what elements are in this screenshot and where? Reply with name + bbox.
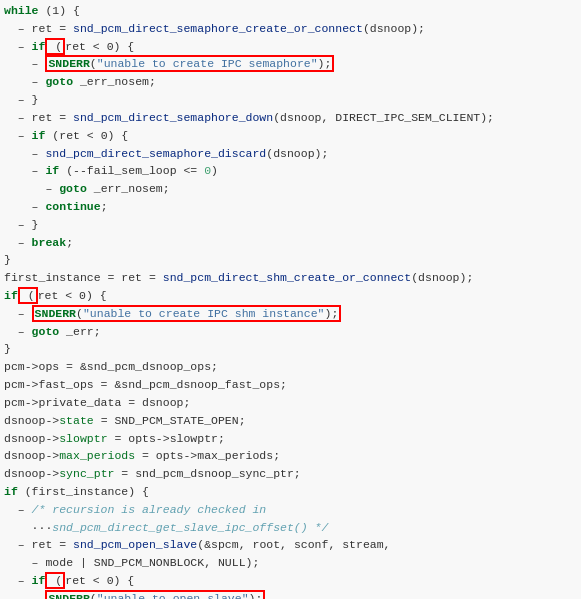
line-content: – goto _err; <box>4 323 577 341</box>
code-line: – ret = snd_pcm_direct_semaphore_create_… <box>0 20 581 38</box>
code-line: pcm->private_data = dsnoop; <box>0 394 581 412</box>
code-line: – goto _err_nosem; <box>0 73 581 91</box>
code-line: – SNDERR("unable to create IPC shm insta… <box>0 305 581 323</box>
code-line: dsnoop->slowptr = opts->slowptr; <box>0 430 581 448</box>
condition-highlight-box: ( <box>18 287 38 304</box>
line-content: dsnoop->state = SND_PCM_STATE_OPEN; <box>4 412 577 430</box>
code-line: dsnoop->sync_ptr = snd_pcm_dsnoop_sync_p… <box>0 465 581 483</box>
code-line: – break; <box>0 234 581 252</box>
error-highlight-box: SNDERR("unable to create IPC shm instanc… <box>32 305 342 322</box>
line-content: – SNDERR("unable to open slave"); <box>4 590 577 599</box>
code-line: if (first_instance) { <box>0 483 581 501</box>
line-content: – break; <box>4 234 577 252</box>
code-line: – } <box>0 216 581 234</box>
code-line: } <box>0 340 581 358</box>
code-line: ···snd_pcm_direct_get_slave_ipc_offset()… <box>0 519 581 537</box>
line-content: – goto _err_nosem; <box>4 180 577 198</box>
code-line: – mode | SND_PCM_NONBLOCK, NULL); <box>0 554 581 572</box>
line-content: while (1) { <box>4 2 577 20</box>
line-content: – mode | SND_PCM_NONBLOCK, NULL); <box>4 554 577 572</box>
line-content: – /* recursion is already checked in <box>4 501 577 519</box>
code-line: dsnoop->max_periods = opts->max_periods; <box>0 447 581 465</box>
line-content: pcm->private_data = dsnoop; <box>4 394 577 412</box>
line-content: dsnoop->max_periods = opts->max_periods; <box>4 447 577 465</box>
line-content: } <box>4 251 577 269</box>
code-line: – } <box>0 91 581 109</box>
line-content: – SNDERR("unable to create IPC semaphore… <box>4 55 577 73</box>
line-content: dsnoop->slowptr = opts->slowptr; <box>4 430 577 448</box>
code-line: dsnoop->state = SND_PCM_STATE_OPEN; <box>0 412 581 430</box>
code-line: – /* recursion is already checked in <box>0 501 581 519</box>
line-content: – } <box>4 216 577 234</box>
line-content: – } <box>4 91 577 109</box>
line-content: – ret = snd_pcm_direct_semaphore_create_… <box>4 20 577 38</box>
code-line: – continue; <box>0 198 581 216</box>
line-content: – ret = snd_pcm_direct_semaphore_down(ds… <box>4 109 577 127</box>
error-highlight-box: SNDERR("unable to create IPC semaphore")… <box>45 55 334 72</box>
code-line: – if (ret < 0) { <box>0 572 581 590</box>
code-line: – goto _err; <box>0 323 581 341</box>
line-content: – if (ret < 0) { <box>4 572 577 590</box>
line-content: – if (ret < 0) { <box>4 127 577 145</box>
line-content: – continue; <box>4 198 577 216</box>
code-line: – if (ret < 0) { <box>0 38 581 56</box>
code-line: pcm->ops = &snd_pcm_dsnoop_ops; <box>0 358 581 376</box>
code-line: if (ret < 0) { <box>0 287 581 305</box>
line-content: – snd_pcm_direct_semaphore_discard(dsnoo… <box>4 145 577 163</box>
line-content: if (ret < 0) { <box>4 287 577 305</box>
code-line: – goto _err_nosem; <box>0 180 581 198</box>
line-content: ···snd_pcm_direct_get_slave_ipc_offset()… <box>4 519 577 537</box>
line-content: – if (ret < 0) { <box>4 38 577 56</box>
code-line: } <box>0 251 581 269</box>
line-content: first_instance = ret = snd_pcm_direct_sh… <box>4 269 577 287</box>
condition-highlight-box: ( <box>45 38 65 55</box>
line-content: – ret = snd_pcm_open_slave(&spcm, root, … <box>4 536 577 554</box>
line-content: – goto _err_nosem; <box>4 73 577 91</box>
code-line: – if (--fail_sem_loop <= 0) <box>0 162 581 180</box>
code-editor: while (1) { – ret = snd_pcm_direct_semap… <box>0 0 581 599</box>
code-line: – if (ret < 0) { <box>0 127 581 145</box>
code-line: – snd_pcm_direct_semaphore_discard(dsnoo… <box>0 145 581 163</box>
line-content: dsnoop->sync_ptr = snd_pcm_dsnoop_sync_p… <box>4 465 577 483</box>
line-content: – if (--fail_sem_loop <= 0) <box>4 162 577 180</box>
line-content: – SNDERR("unable to create IPC shm insta… <box>4 305 577 323</box>
code-line: – SNDERR("unable to open slave"); <box>0 590 581 599</box>
code-line: – ret = snd_pcm_direct_semaphore_down(ds… <box>0 109 581 127</box>
condition-highlight-box: ( <box>45 572 65 589</box>
line-content: if (first_instance) { <box>4 483 577 501</box>
code-line: – ret = snd_pcm_open_slave(&spcm, root, … <box>0 536 581 554</box>
code-line: first_instance = ret = snd_pcm_direct_sh… <box>0 269 581 287</box>
code-line: while (1) { <box>0 2 581 20</box>
line-content: pcm->fast_ops = &snd_pcm_dsnoop_fast_ops… <box>4 376 577 394</box>
code-line: pcm->fast_ops = &snd_pcm_dsnoop_fast_ops… <box>0 376 581 394</box>
code-line: – SNDERR("unable to create IPC semaphore… <box>0 55 581 73</box>
line-content: pcm->ops = &snd_pcm_dsnoop_ops; <box>4 358 577 376</box>
error-highlight-box: SNDERR("unable to open slave"); <box>45 590 265 599</box>
line-content: } <box>4 340 577 358</box>
